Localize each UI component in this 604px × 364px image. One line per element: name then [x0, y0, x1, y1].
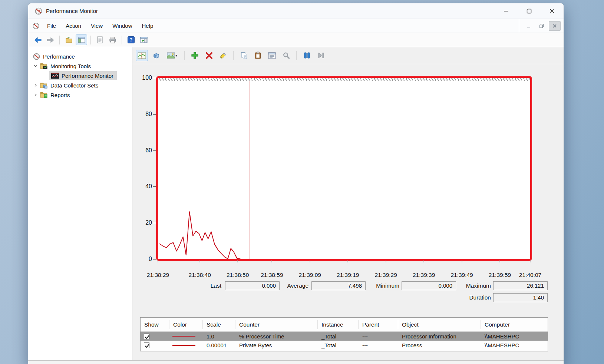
column-header-show[interactable]: Show: [141, 320, 169, 329]
y-axis-label: 0: [149, 256, 152, 262]
maximum-value: 26.121: [493, 281, 548, 290]
highlight-icon: [220, 52, 227, 59]
copy-properties-icon: [240, 52, 248, 59]
x-axis-tick: [462, 260, 462, 262]
show-checkbox[interactable]: [144, 334, 149, 339]
column-header-computer[interactable]: Computer: [481, 320, 548, 329]
tree-item-reports[interactable]: Reports: [28, 90, 132, 100]
delete-counter-button[interactable]: [203, 50, 215, 61]
last-value: 0.000: [225, 281, 280, 290]
column-header-parent[interactable]: Parent: [359, 320, 398, 329]
x-axis-label: 21:38:29: [147, 272, 169, 278]
minimize-button[interactable]: [495, 3, 518, 19]
show-hide-action-pane-button[interactable]: [138, 34, 149, 45]
freeze-display-button[interactable]: [301, 50, 313, 61]
highlight-button[interactable]: [217, 50, 229, 61]
maximize-icon: [527, 9, 532, 14]
window-body: Performance Monitoring Tools: [28, 47, 564, 360]
tree-item-performance-monitor[interactable]: Performance Monitor: [28, 71, 132, 80]
column-header-scale[interactable]: Scale: [203, 320, 235, 329]
copy-properties-button[interactable]: [238, 50, 250, 61]
add-counter-button[interactable]: [189, 50, 201, 61]
tree-item-label: Reports: [50, 92, 70, 98]
app-gauge-icon: [35, 7, 42, 15]
desktop: Performance Monitor File Actio: [0, 0, 604, 364]
zoom-button[interactable]: [280, 50, 292, 61]
show-hide-console-tree-icon: [78, 37, 85, 43]
print-icon: [109, 37, 116, 43]
chevron-right-icon[interactable]: [32, 83, 39, 87]
graph-content: 020406080100 21:38:2921:38:4021:38:5021:…: [132, 64, 564, 360]
maximize-button[interactable]: [518, 3, 541, 19]
counter-table-header: ShowColorScaleCounterInstanceParentObjec…: [141, 318, 548, 332]
menu-view[interactable]: View: [86, 20, 108, 32]
view-log-data-button[interactable]: [150, 50, 162, 61]
show-hide-console-tree-button[interactable]: [76, 34, 87, 45]
column-header-object[interactable]: Object: [398, 320, 481, 329]
table-row[interactable]: 1.0% Processor Time_Total---Processor In…: [141, 332, 548, 341]
y-axis-tick: [153, 259, 156, 259]
menu-action[interactable]: Action: [61, 20, 86, 32]
help-icon: ?: [128, 36, 135, 43]
update-data-button[interactable]: [315, 50, 327, 61]
menu-bar: File Action View Window Help: [28, 19, 564, 33]
cell-instance: _Total: [318, 333, 359, 340]
close-button[interactable]: [541, 3, 564, 19]
folder-reports-icon: [39, 91, 48, 99]
perfmon-chart-icon: [50, 72, 59, 79]
chevron-right-icon[interactable]: [32, 93, 39, 97]
back-button[interactable]: [32, 34, 43, 45]
properties-doc-button[interactable]: [94, 34, 106, 45]
minimize-icon: [504, 9, 509, 14]
window-controls: [495, 3, 564, 19]
properties-button[interactable]: [266, 50, 278, 61]
chevron-down-icon: ▾: [175, 53, 177, 57]
minimize-icon: [527, 24, 531, 28]
help-button[interactable]: ?: [125, 34, 137, 45]
change-graph-type-icon: [167, 52, 175, 59]
chevron-down-icon[interactable]: [32, 64, 39, 68]
x-axis-label: 21:39:59: [489, 272, 511, 278]
duration-value: 1:40: [493, 293, 548, 302]
y-axis-label: 80: [145, 111, 152, 118]
svg-text:?: ?: [130, 37, 133, 43]
table-row[interactable]: 0.00001Private Bytes_Total---Process\\MA…: [141, 341, 548, 350]
cell-parent: ---: [359, 342, 398, 348]
tree-item-data-collector-sets[interactable]: Data Collector Sets: [28, 80, 132, 90]
column-header-color[interactable]: Color: [169, 320, 203, 329]
view-log-data-icon: [152, 52, 160, 59]
column-header-instance[interactable]: Instance: [318, 320, 359, 329]
forward-button[interactable]: [44, 34, 56, 45]
menu-file[interactable]: File: [42, 20, 61, 32]
toolbar-separator: [233, 51, 234, 60]
child-minimize-button[interactable]: [523, 21, 535, 31]
show-checkbox[interactable]: [144, 343, 149, 348]
child-close-button[interactable]: [549, 21, 561, 31]
print-button[interactable]: [107, 34, 118, 45]
export-list-button[interactable]: [63, 34, 75, 45]
delete-counter-icon: [205, 52, 213, 59]
column-header-counter[interactable]: Counter: [235, 320, 318, 329]
counter-table-body: 1.0% Processor Time_Total---Processor In…: [141, 332, 548, 350]
x-axis-label: 21:40:07: [519, 272, 541, 278]
view-current-activity-button[interactable]: [136, 50, 148, 61]
menu-window[interactable]: Window: [108, 20, 137, 32]
tree-item-performance[interactable]: Performance: [28, 52, 132, 61]
change-graph-type-button[interactable]: ▾: [164, 50, 180, 61]
tree-item-label: Performance Monitor: [62, 73, 113, 79]
menu-help[interactable]: Help: [137, 20, 158, 32]
x-axis-label: 21:39:39: [413, 272, 435, 278]
child-restore-button[interactable]: [536, 21, 548, 31]
cell-computer: \\MAHESHPC: [481, 333, 548, 340]
performance-monitor-window: Performance Monitor File Actio: [28, 3, 564, 364]
cell-instance: _Total: [318, 342, 359, 348]
back-icon: [34, 37, 42, 43]
tree-item-monitoring-tools[interactable]: Monitoring Tools: [28, 61, 132, 71]
toolbar-separator: [90, 36, 91, 44]
minimum-value: 0.000: [402, 281, 456, 290]
update-data-icon: [317, 52, 324, 59]
x-axis-label: 21:38:50: [227, 272, 249, 278]
show-hide-action-pane-icon: [140, 37, 148, 43]
duration-label: Duration: [457, 293, 491, 302]
paste-counter-list-button[interactable]: [252, 50, 264, 61]
